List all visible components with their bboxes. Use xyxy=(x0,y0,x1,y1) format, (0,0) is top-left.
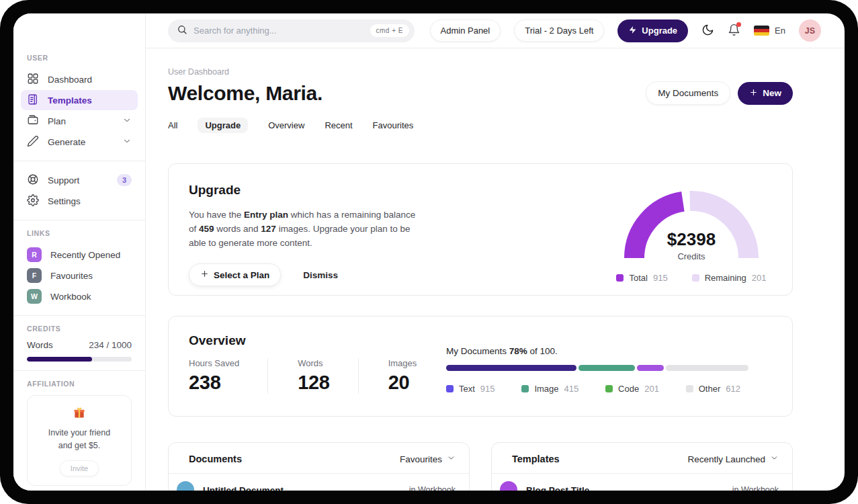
sidebar-item-label: Templates xyxy=(48,95,92,106)
support-count-badge: 3 xyxy=(117,174,132,186)
chevron-down-icon xyxy=(770,454,779,464)
my-documents-button[interactable]: My Documents xyxy=(646,81,730,105)
document-avatar xyxy=(177,481,194,491)
user-section-label: USER xyxy=(27,54,132,62)
legend-dot xyxy=(605,385,613,392)
app-window: USER Dashboard Templates Plan Generate S… xyxy=(13,13,845,491)
affiliation-section-label: AFFILIATION xyxy=(27,380,132,388)
dark-mode-toggle[interactable] xyxy=(701,24,714,38)
tab-all[interactable]: All xyxy=(168,118,177,133)
window-frame: USER Dashboard Templates Plan Generate S… xyxy=(0,0,858,504)
tab-favourites[interactable]: Favourites xyxy=(373,118,414,133)
link-initial-badge: R xyxy=(27,247,42,262)
links-section-label: LINKS xyxy=(27,229,132,237)
topbar: cmd + E Admin Panel Trial - 2 Days Left … xyxy=(146,13,845,48)
tab-overview[interactable]: Overview xyxy=(268,118,304,133)
chevron-down-icon xyxy=(122,116,132,127)
invite-button[interactable]: Invite xyxy=(60,460,99,476)
notifications-button[interactable] xyxy=(728,24,740,38)
zap-icon xyxy=(628,26,637,36)
legend-remaining: Remaining 201 xyxy=(692,273,767,283)
plus-icon xyxy=(200,269,209,280)
sidebar-item-support[interactable]: Support 3 xyxy=(21,170,138,190)
legend-total: Total 915 xyxy=(616,273,667,283)
lifebuoy-icon xyxy=(27,173,39,187)
search-icon xyxy=(177,24,187,38)
legend-dot xyxy=(692,274,699,282)
sidebar-divider xyxy=(13,161,145,161)
page-content: User Dashboard Welcome, Maria. My Docume… xyxy=(146,48,845,491)
sidebar-item-settings[interactable]: Settings xyxy=(21,191,138,211)
credits-progress-fill xyxy=(27,357,92,362)
sidebar-link-favourites[interactable]: F Favourites xyxy=(21,265,138,286)
credits-gauge: $2398 Credits Total 915 Remaining xyxy=(617,183,765,295)
gauge-label: Credits xyxy=(617,251,765,261)
upgrade-button[interactable]: Upgrade xyxy=(617,19,688,42)
overview-card-title: Overview xyxy=(189,333,445,348)
gear-icon xyxy=(27,194,39,208)
template-avatar xyxy=(500,481,517,491)
language-label: En xyxy=(775,26,785,36)
sidebar-item-label: Support xyxy=(48,175,79,185)
tab-upgrade[interactable]: Upgrade xyxy=(198,118,248,133)
plus-icon xyxy=(749,88,758,99)
affiliation-text-line2: and get $5. xyxy=(58,441,101,450)
link-initial-badge: W xyxy=(27,289,42,304)
legend-text: Text915 xyxy=(446,384,495,394)
legend-image: Image415 xyxy=(521,384,578,394)
credits-words-label: Words xyxy=(27,340,53,350)
search-input[interactable] xyxy=(194,26,364,36)
documents-card: Documents Favourites Untitled Document i… xyxy=(168,442,470,491)
documents-filter-dropdown[interactable]: Favourites xyxy=(400,454,456,464)
link-initial-badge: F xyxy=(27,268,42,283)
stat-words: Words 128 xyxy=(267,358,358,394)
sidebar-link-recently-opened[interactable]: R Recently Opened xyxy=(21,245,138,265)
trial-status-badge[interactable]: Trial - 2 Days Left xyxy=(514,19,604,42)
sidebar-item-dashboard[interactable]: Dashboard xyxy=(21,69,138,89)
template-location: in Workbook xyxy=(732,485,779,491)
sidebar-link-workbook[interactable]: W Workbook xyxy=(21,286,138,306)
upgrade-card: Upgrade You have the Entry plan which ha… xyxy=(168,163,793,296)
documents-progress: My Documents 78% of 100. Text915 Image41… xyxy=(446,333,748,416)
documents-card-title: Documents xyxy=(189,454,242,464)
sidebar-link-label: Favourites xyxy=(50,271,93,281)
search-shortcut-badge: cmd + E xyxy=(370,24,409,37)
sidebar-item-plan[interactable]: Plan xyxy=(21,111,138,131)
overview-card: Overview Hours Saved 238 Words 128 Image… xyxy=(168,316,793,417)
filter-tabs: All Upgrade Overview Recent Favourites xyxy=(168,118,793,133)
select-plan-label: Select a Plan xyxy=(214,270,269,280)
sidebar-item-label: Dashboard xyxy=(48,75,92,85)
templates-card-title: Templates xyxy=(512,454,560,464)
select-plan-button[interactable]: Select a Plan xyxy=(189,263,281,286)
legend-code: Code201 xyxy=(605,384,659,394)
bar-segment-text xyxy=(446,365,576,371)
bar-segment-image xyxy=(578,365,635,371)
gift-icon xyxy=(73,410,86,421)
dismiss-button[interactable]: Dismiss xyxy=(303,270,338,280)
stat-images: Images 20 xyxy=(358,358,445,394)
sidebar-item-templates[interactable]: Templates xyxy=(21,90,138,110)
document-row[interactable]: Untitled Document in Workbook xyxy=(169,474,469,491)
gauge-value: $2398 xyxy=(617,229,765,250)
templates-card: Templates Recently Launched Blog Post Ti… xyxy=(491,442,793,491)
template-row[interactable]: Blog Post Title in Workbook xyxy=(492,474,792,491)
pencil-icon xyxy=(27,135,39,149)
bar-segment-code xyxy=(637,365,664,371)
tab-recent[interactable]: Recent xyxy=(325,118,352,133)
language-selector[interactable]: En xyxy=(754,26,785,36)
credits-progress-track xyxy=(27,357,132,362)
moon-icon xyxy=(701,24,714,38)
user-avatar[interactable]: JS xyxy=(799,19,821,42)
breadcrumb: User Dashboard xyxy=(168,67,793,77)
templates-filter-dropdown[interactable]: Recently Launched xyxy=(687,454,779,464)
document-title: Untitled Document xyxy=(203,485,284,491)
credits-section-label: CREDITS xyxy=(27,325,132,333)
stat-hours-saved: Hours Saved 238 xyxy=(189,358,267,394)
admin-panel-button[interactable]: Admin Panel xyxy=(430,19,501,42)
sidebar-item-generate[interactable]: Generate xyxy=(21,132,138,152)
germany-flag-icon xyxy=(754,26,769,36)
sidebar-item-label: Settings xyxy=(48,196,81,206)
search-bar[interactable]: cmd + E xyxy=(168,19,415,42)
legend-other: Other612 xyxy=(686,384,740,394)
new-button[interactable]: New xyxy=(738,82,793,105)
